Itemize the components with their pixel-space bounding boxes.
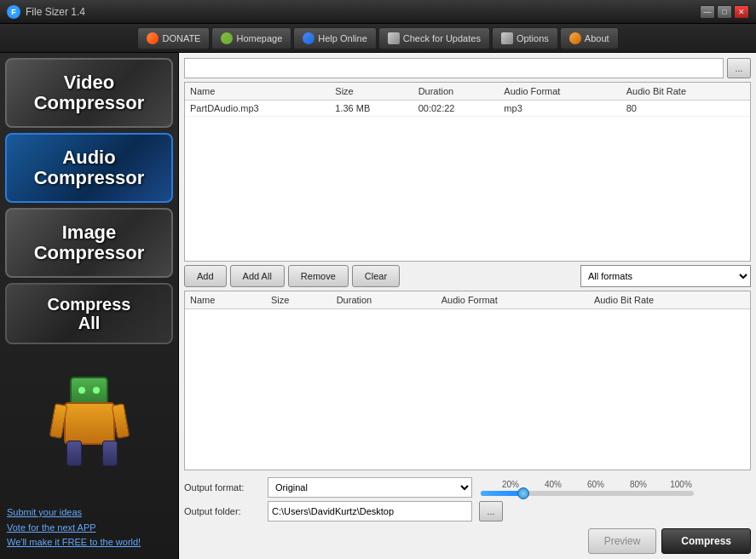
window-controls: — □ ✕ — [700, 5, 749, 19]
bottom-controls: Output format: Originalmp3wavaacogg 20% … — [184, 474, 751, 554]
quality-label-80: 80% — [617, 480, 660, 489]
output-folder-label: Output folder: — [184, 506, 261, 516]
quality-label-60: 60% — [574, 480, 617, 489]
menu-btn-label-options: Options — [517, 33, 549, 43]
menu-btn-help[interactable]: Help Online — [293, 27, 376, 49]
main-layout: VideoCompressor AudioCompressor ImageCom… — [0, 53, 756, 559]
action-buttons-row: Add Add All Remove Clear All formatsmp3w… — [184, 265, 751, 287]
col-size-header: Size — [330, 83, 413, 101]
input-file-table: Name Size Duration Audio Format Audio Bi… — [185, 83, 750, 117]
homepage-icon — [221, 32, 233, 44]
format-select[interactable]: All formatsmp3wavaacoggflac — [580, 265, 751, 287]
menu-btn-check-updates[interactable]: Check for Updates — [378, 27, 490, 49]
output-folder-input[interactable] — [268, 501, 472, 522]
mascot-area — [5, 349, 173, 497]
video-compressor-button[interactable]: VideoCompressor — [5, 58, 173, 128]
clear-button[interactable]: Clear — [352, 265, 400, 287]
file-path-input[interactable] — [184, 58, 724, 78]
compress-all-label: CompressAll — [48, 295, 131, 332]
title-bar: F File Sizer 1.4 — □ ✕ — [0, 0, 756, 24]
col-name-header: Name — [185, 83, 330, 101]
image-compressor-label: ImageCompressor — [34, 222, 145, 263]
menu-btn-label-about: About — [585, 33, 609, 43]
content-area: ... Name Size Duration Audio Format Audi… — [179, 53, 756, 559]
menu-btn-donate[interactable]: DONATE — [137, 27, 210, 49]
out-col-name-header: Name — [185, 291, 266, 309]
add-button[interactable]: Add — [184, 265, 227, 287]
menu-btn-label-donate: DONATE — [162, 33, 200, 43]
menu-btn-label-help: Help Online — [318, 33, 366, 43]
col-duration-header: Duration — [413, 83, 499, 101]
file-input-row: ... — [184, 58, 751, 78]
compress-button[interactable]: Compress — [661, 528, 751, 554]
col-bitrate-header: Audio Bit Rate — [621, 83, 750, 101]
add-all-button[interactable]: Add All — [230, 265, 285, 287]
output-format-row: Output format: Originalmp3wavaacogg — [184, 477, 472, 498]
video-compressor-label: VideoCompressor — [34, 72, 145, 113]
output-folder-row: Output folder: ... — [184, 501, 751, 522]
robot-body — [64, 402, 115, 445]
robot-mascot — [38, 368, 141, 470]
quality-label-40: 40% — [532, 480, 574, 489]
cell-size: 1.36 MB — [330, 101, 413, 117]
input-file-table-container: Name Size Duration Audio Format Audio Bi… — [184, 82, 751, 262]
quality-slider-track[interactable] — [481, 491, 694, 496]
out-col-bitrate-header: Audio Bit Rate — [589, 291, 750, 309]
cell-bitrate: 80 — [621, 101, 750, 117]
output-file-table: Name Size Duration Audio Format Audio Bi… — [185, 291, 750, 309]
input-table-header-row: Name Size Duration Audio Format Audio Bi… — [185, 83, 750, 101]
audio-compressor-button[interactable]: AudioCompressor — [5, 133, 173, 203]
close-button[interactable]: ✕ — [734, 5, 749, 19]
out-col-duration-header: Duration — [332, 291, 436, 309]
menu-bar: DONATEHomepageHelp OnlineCheck for Updat… — [0, 24, 756, 53]
about-icon — [569, 32, 581, 44]
app-icon: F — [7, 5, 20, 19]
menu-btn-label-check-updates: Check for Updates — [403, 33, 481, 43]
menu-btn-options[interactable]: Options — [492, 27, 558, 49]
submit-ideas-link[interactable]: Submit your ideas — [7, 505, 171, 521]
image-compressor-button[interactable]: ImageCompressor — [5, 208, 173, 278]
robot-eye-left — [78, 387, 85, 394]
col-format-header: Audio Format — [499, 83, 620, 101]
menu-btn-about[interactable]: About — [560, 27, 619, 49]
output-file-table-container: Name Size Duration Audio Format Audio Bi… — [184, 291, 751, 470]
menu-btn-homepage[interactable]: Homepage — [211, 27, 291, 49]
sidebar: VideoCompressor AudioCompressor ImageCom… — [0, 53, 179, 559]
compress-all-button[interactable]: CompressAll — [5, 283, 173, 344]
out-col-format-header: Audio Format — [436, 291, 589, 309]
robot-leg-right — [102, 441, 118, 466]
output-format-label: Output format: — [184, 482, 261, 493]
vote-next-app-link[interactable]: Vote for the next APP — [7, 521, 171, 536]
audio-compressor-label: AudioCompressor — [34, 147, 145, 188]
quality-slider-area: 20% 40% 60% 80% 100% — [481, 480, 702, 496]
remove-button[interactable]: Remove — [288, 265, 349, 287]
robot-leg-left — [66, 441, 82, 466]
options-icon — [501, 32, 513, 44]
check-updates-icon — [388, 32, 400, 44]
preview-button[interactable]: Preview — [588, 528, 657, 554]
help-icon — [303, 32, 315, 44]
output-table-header-row: Name Size Duration Audio Format Audio Bi… — [185, 291, 750, 309]
browse-input-button[interactable]: ... — [727, 58, 751, 78]
app-title: File Sizer 1.4 — [26, 6, 85, 18]
cell-name: PartDAudio.mp3 — [185, 101, 330, 117]
minimize-button[interactable]: — — [700, 5, 715, 19]
free-to-world-link[interactable]: We'll make it FREE to the world! — [7, 535, 171, 550]
browse-folder-button[interactable]: ... — [479, 501, 503, 522]
output-format-select[interactable]: Originalmp3wavaacogg — [268, 477, 472, 498]
donate-icon — [147, 32, 159, 44]
robot-eye-right — [93, 387, 100, 394]
quality-slider-thumb[interactable] — [517, 487, 529, 499]
maximize-button[interactable]: □ — [717, 5, 732, 19]
out-col-size-header: Size — [266, 291, 332, 309]
menu-btn-label-homepage: Homepage — [236, 33, 282, 43]
quality-label-100: 100% — [660, 480, 702, 489]
cell-format: mp3 — [499, 101, 620, 117]
table-row: PartDAudio.mp3 1.36 MB 00:02:22 mp3 80 — [185, 101, 750, 117]
bottom-action-row: Preview Compress — [184, 528, 751, 554]
sidebar-links: Submit your ideas Vote for the next APP … — [5, 502, 173, 554]
cell-duration: 00:02:22 — [413, 101, 499, 117]
